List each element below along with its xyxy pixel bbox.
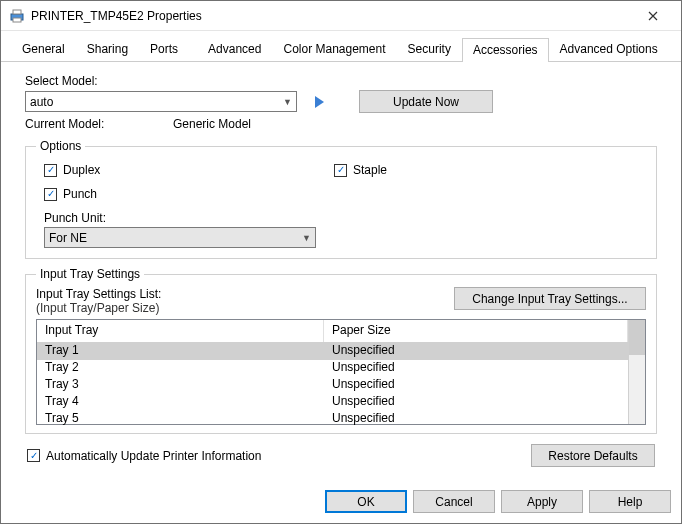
table-row[interactable]: Tray 1 Unspecified [37,343,628,360]
cell-size: Unspecified [324,411,628,428]
chevron-down-icon: ▼ [302,233,311,243]
tab-sharing[interactable]: Sharing [76,37,139,61]
select-model-combo[interactable]: auto ▼ [25,91,297,112]
tab-content: Select Model: auto ▼ Update Now Current … [1,62,681,482]
update-now-button[interactable]: Update Now [359,90,493,113]
tab-color-management[interactable]: Color Management [272,37,396,61]
checkbox-checked-icon: ✓ [27,449,40,462]
staple-label: Staple [353,163,387,177]
cell-tray: Tray 5 [37,411,324,428]
properties-window: PRINTER_TMP45E2 Properties General Shari… [0,0,682,524]
auto-update-label: Automatically Update Printer Information [46,449,261,463]
auto-update-checkbox[interactable]: ✓ Automatically Update Printer Informati… [27,449,261,463]
cell-tray: Tray 1 [37,343,324,360]
cancel-button[interactable]: Cancel [413,490,495,513]
ok-button[interactable]: OK [325,490,407,513]
checkbox-checked-icon: ✓ [44,164,57,177]
cell-tray: Tray 2 [37,360,324,377]
dialog-footer: OK Cancel Apply Help [1,482,681,523]
help-button[interactable]: Help [589,490,671,513]
close-button[interactable] [633,2,673,30]
staple-checkbox[interactable]: ✓ Staple [334,163,387,177]
punch-unit-value: For NE [49,231,87,245]
scroll-thumb[interactable] [629,320,645,355]
current-model-label: Current Model: [25,117,165,131]
punch-checkbox[interactable]: ✓ Punch [44,187,638,201]
tab-advanced[interactable]: Advanced [197,37,272,61]
punch-label: Punch [63,187,97,201]
col-input-tray[interactable]: Input Tray [37,320,324,342]
input-tray-list-label: Input Tray Settings List: [36,287,454,301]
cell-tray: Tray 4 [37,394,324,411]
svg-rect-1 [13,10,21,14]
checkbox-checked-icon: ✓ [44,188,57,201]
titlebar: PRINTER_TMP45E2 Properties [1,1,681,31]
tab-general[interactable]: General [11,37,76,61]
window-title: PRINTER_TMP45E2 Properties [31,9,633,23]
cell-size: Unspecified [324,394,628,411]
duplex-checkbox[interactable]: ✓ Duplex [44,163,334,177]
select-model-label: Select Model: [25,74,657,88]
tab-security[interactable]: Security [397,37,462,61]
table-row[interactable]: Tray 3 Unspecified [37,377,628,394]
table-row[interactable]: Tray 5 Unspecified [37,411,628,428]
svg-rect-2 [13,18,21,22]
select-model-value: auto [30,95,53,109]
tab-strip: General Sharing Ports Advanced Color Man… [1,31,681,62]
input-tray-group: Input Tray Settings Input Tray Settings … [25,267,657,434]
restore-defaults-button[interactable]: Restore Defaults [531,444,655,467]
punch-unit-combo[interactable]: For NE ▼ [44,227,316,248]
table-row[interactable]: Tray 4 Unspecified [37,394,628,411]
options-group: Options ✓ Duplex ✓ Staple ✓ Punch Punch … [25,139,657,259]
scrollbar[interactable] [628,320,645,424]
cell-size: Unspecified [324,343,628,360]
current-model-value: Generic Model [173,117,251,131]
tab-accessories[interactable]: Accessories [462,38,549,62]
table-body: Tray 1 Unspecified Tray 2 Unspecified Tr… [37,343,628,428]
input-tray-legend: Input Tray Settings [36,267,144,281]
apply-button[interactable]: Apply [501,490,583,513]
table-row[interactable]: Tray 2 Unspecified [37,360,628,377]
options-legend: Options [36,139,85,153]
duplex-label: Duplex [63,163,100,177]
tab-ports[interactable]: Ports [139,37,189,61]
tab-advanced-options[interactable]: Advanced Options [549,37,669,61]
chevron-down-icon: ▼ [283,97,292,107]
table-header: Input Tray Paper Size [37,320,628,343]
cell-tray: Tray 3 [37,377,324,394]
play-icon[interactable] [315,96,324,108]
cell-size: Unspecified [324,360,628,377]
col-paper-size[interactable]: Paper Size [324,320,628,342]
printer-icon [9,8,25,24]
punch-unit-label: Punch Unit: [44,211,638,225]
input-tray-sub: (Input Tray/Paper Size) [36,301,454,315]
change-input-tray-button[interactable]: Change Input Tray Settings... [454,287,646,310]
cell-size: Unspecified [324,377,628,394]
checkbox-checked-icon: ✓ [334,164,347,177]
input-tray-table: Input Tray Paper Size Tray 1 Unspecified… [36,319,646,425]
